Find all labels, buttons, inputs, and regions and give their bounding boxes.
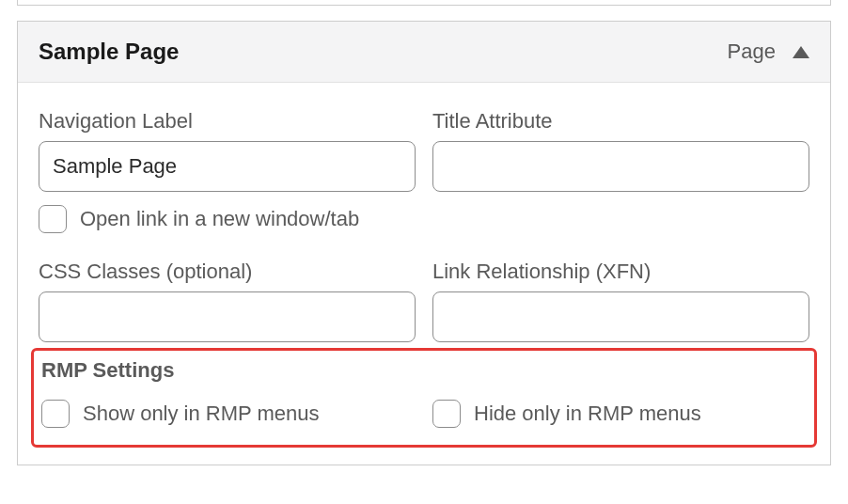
css-classes-input[interactable] <box>39 291 416 342</box>
navigation-label-input[interactable] <box>39 141 416 192</box>
previous-panel-edge <box>17 0 831 6</box>
link-relationship-input[interactable] <box>432 291 809 342</box>
panel-title: Sample Page <box>39 39 179 65</box>
link-relationship-label: Link Relationship (XFN) <box>432 260 809 284</box>
caret-up-icon[interactable] <box>793 46 809 58</box>
rmp-show-only-label[interactable]: Show only in RMP menus <box>83 402 320 426</box>
menu-item-panel: Sample Page Page Navigation Label Title … <box>17 21 831 465</box>
rmp-settings-heading: RMP Settings <box>41 358 807 383</box>
rmp-settings-highlight: RMP Settings Show only in RMP menus Hide… <box>31 348 817 448</box>
panel-type-label: Page <box>728 39 776 64</box>
panel-type-group: Page <box>728 39 809 64</box>
rmp-hide-only-checkbox[interactable] <box>432 400 461 428</box>
title-attribute-input[interactable] <box>432 141 809 192</box>
css-classes-label: CSS Classes (optional) <box>39 260 416 284</box>
open-new-tab-checkbox[interactable] <box>39 205 67 233</box>
rmp-hide-only-label[interactable]: Hide only in RMP menus <box>474 402 701 426</box>
panel-body: Navigation Label Title Attribute Open li… <box>18 83 830 465</box>
rmp-show-only-checkbox[interactable] <box>41 400 70 428</box>
open-new-tab-label[interactable]: Open link in a new window/tab <box>80 207 359 231</box>
navigation-label-label: Navigation Label <box>39 109 416 134</box>
panel-header[interactable]: Sample Page Page <box>18 22 830 83</box>
title-attribute-label: Title Attribute <box>432 109 809 134</box>
